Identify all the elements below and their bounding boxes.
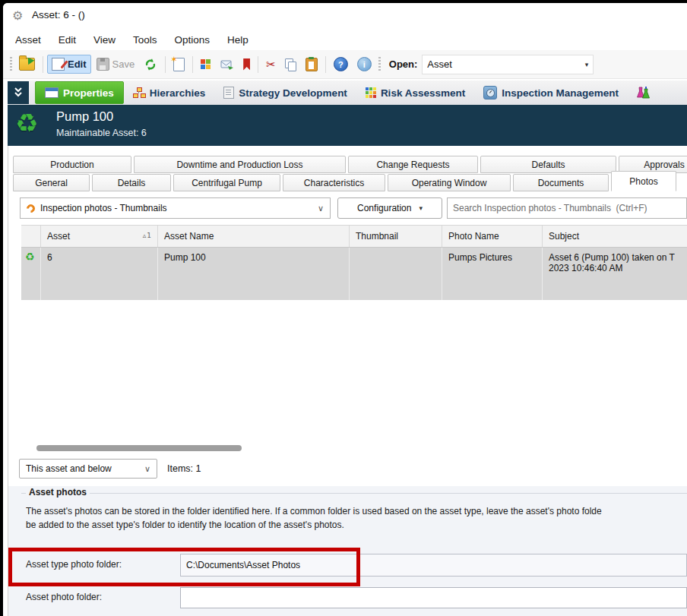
bookmark-button[interactable] bbox=[239, 56, 254, 73]
asset-photos-panel: Asset photos The asset's photos can be s… bbox=[8, 486, 687, 616]
recycle-icon: ♻ bbox=[25, 251, 35, 263]
nav-tab-strip: Properties Hierarchies Strategy Developm… bbox=[8, 81, 687, 105]
cell-photo-name: Pumps Pictures bbox=[442, 248, 543, 300]
open-combobox-value: Asset bbox=[427, 58, 452, 70]
hierarchy-icon bbox=[133, 87, 145, 98]
paste-button[interactable] bbox=[302, 55, 321, 74]
nav-tab-partial[interactable] bbox=[628, 82, 651, 103]
toolbar: Edit Save ✶ bbox=[3, 50, 687, 79]
send-icon bbox=[220, 59, 234, 70]
risk-matrix-icon bbox=[366, 87, 376, 98]
tab-general[interactable]: General bbox=[13, 174, 90, 191]
column-subject[interactable]: Subject bbox=[543, 226, 687, 247]
items-count-label: Items: 1 bbox=[167, 459, 201, 479]
tab-photos[interactable]: Photos bbox=[611, 171, 676, 191]
table-row[interactable]: ♻ 6 Pump 100 Pumps Pictures Asset 6 (Pum… bbox=[21, 248, 687, 300]
toolbar-grip-2 bbox=[378, 57, 381, 72]
nav-tab-properties[interactable]: Properties bbox=[35, 81, 124, 104]
configuration-button[interactable]: Configuration ▾ bbox=[337, 197, 442, 219]
chevron-down-icon: ∨ bbox=[318, 204, 324, 213]
windows-button[interactable] bbox=[197, 57, 215, 72]
tab-details[interactable]: Details bbox=[92, 174, 171, 191]
collapse-panel-button[interactable] bbox=[8, 81, 29, 104]
nav-tab-strategy-development[interactable]: Strategy Development bbox=[214, 82, 356, 103]
asset-header: ♻ Pump 100 Maintainable Asset: 6 bbox=[8, 105, 687, 146]
save-button[interactable]: Save bbox=[93, 55, 139, 73]
column-selector[interactable] bbox=[21, 226, 41, 247]
sort-ascending-icon: ▵ 1 bbox=[143, 232, 151, 239]
groupbox-title: Asset photos bbox=[26, 487, 90, 498]
info-icon: i bbox=[357, 57, 372, 71]
app-gear-icon: ⚙ bbox=[12, 8, 23, 23]
recycle-icon: ♻ bbox=[15, 108, 38, 138]
menu-edit[interactable]: Edit bbox=[59, 34, 76, 46]
save-icon bbox=[97, 58, 109, 71]
search-input[interactable] bbox=[447, 197, 687, 219]
tab-production[interactable]: Production bbox=[13, 156, 131, 173]
row-selector-cell: ♻ bbox=[21, 248, 41, 300]
horizontal-scrollbar-thumb[interactable] bbox=[36, 445, 242, 451]
refresh-icon bbox=[144, 58, 157, 71]
menu-bar: Asset Edit View Tools Options Help bbox=[3, 29, 687, 50]
tab-documents[interactable]: Documents bbox=[513, 174, 609, 191]
menu-asset[interactable]: Asset bbox=[15, 34, 41, 46]
refresh-button[interactable] bbox=[140, 55, 161, 74]
toolbar-grip bbox=[10, 57, 12, 72]
column-photo-name[interactable]: Photo Name bbox=[442, 226, 543, 247]
info-button[interactable]: i bbox=[353, 55, 375, 74]
paste-icon bbox=[306, 58, 318, 71]
cell-thumbnail bbox=[350, 248, 442, 300]
groupbox-rule bbox=[21, 493, 687, 494]
asset-subtitle: Maintainable Asset: 6 bbox=[56, 128, 147, 138]
copy-button[interactable] bbox=[281, 56, 300, 73]
tab-row-upper: Production Downtime and Production Loss … bbox=[13, 156, 687, 173]
flask-icon bbox=[637, 87, 651, 99]
open-combobox[interactable]: Asset ▾ bbox=[422, 55, 594, 74]
nav-tab-hierarchies[interactable]: Hierarchies bbox=[124, 82, 215, 103]
new-page-icon: ✶ bbox=[173, 58, 185, 71]
scope-combobox-value: This asset and below bbox=[26, 463, 112, 474]
send-button[interactable] bbox=[217, 57, 238, 72]
title-bar: ⚙ Asset: 6 - () bbox=[3, 3, 687, 29]
cut-button[interactable]: ✂ bbox=[262, 55, 280, 74]
tab-centrifugal-pump[interactable]: Centrifugal Pump bbox=[173, 174, 280, 191]
column-asset-name[interactable]: Asset Name bbox=[158, 226, 350, 247]
help-button[interactable]: ? bbox=[330, 55, 352, 74]
bookmark-icon bbox=[243, 58, 250, 71]
tab-operating-window[interactable]: Operating Window bbox=[388, 174, 511, 191]
asset-title: Pump 100 bbox=[56, 109, 113, 124]
asset-photo-folder-field[interactable] bbox=[180, 587, 687, 608]
column-asset[interactable]: Asset ▵ 1 bbox=[41, 226, 158, 247]
folder-open-icon bbox=[19, 58, 35, 71]
tab-change-requests[interactable]: Change Requests bbox=[348, 156, 478, 173]
menu-help[interactable]: Help bbox=[227, 34, 249, 46]
column-thumbnail[interactable]: Thumbnail bbox=[350, 226, 442, 247]
cell-subject: Asset 6 (Pump 100) taken on T 2023 10:46… bbox=[543, 248, 687, 300]
tab-row-lower: General Details Centrifugal Pump Charact… bbox=[13, 174, 676, 191]
properties-window-icon bbox=[45, 87, 59, 98]
open-label: Open: bbox=[389, 58, 418, 70]
tab-downtime-and-production-loss[interactable]: Downtime and Production Loss bbox=[134, 156, 346, 173]
window-title: Asset: 6 - () bbox=[32, 9, 85, 21]
view-icon bbox=[25, 202, 37, 214]
view-combobox[interactable]: Inspection photos - Thumbnails ∨ bbox=[20, 197, 331, 219]
menu-options[interactable]: Options bbox=[175, 34, 211, 46]
double-chevron-down-icon bbox=[14, 87, 23, 98]
cut-icon: ✂ bbox=[266, 58, 276, 71]
tab-characteristics[interactable]: Characteristics bbox=[283, 174, 385, 191]
edit-icon bbox=[52, 58, 65, 71]
nav-tab-risk-assessment[interactable]: Risk Assessment bbox=[356, 82, 474, 103]
menu-view[interactable]: View bbox=[93, 34, 116, 46]
menu-tools[interactable]: Tools bbox=[133, 34, 157, 46]
scope-combobox[interactable]: This asset and below ∨ bbox=[19, 459, 157, 479]
help-icon: ? bbox=[334, 57, 348, 71]
windows-logo-icon bbox=[201, 59, 211, 70]
new-item-button[interactable]: ✶ bbox=[169, 55, 188, 74]
asset-photo-folder-label: Asset photo folder: bbox=[26, 592, 102, 602]
gauge-icon bbox=[483, 86, 497, 100]
nav-tab-inspection-management[interactable]: Inspection Management bbox=[474, 82, 628, 103]
cell-asset-name: Pump 100 bbox=[158, 248, 350, 300]
edit-button[interactable]: Edit bbox=[47, 55, 91, 74]
tab-defaults[interactable]: Defaults bbox=[480, 156, 616, 173]
open-folder-button[interactable] bbox=[15, 55, 39, 73]
